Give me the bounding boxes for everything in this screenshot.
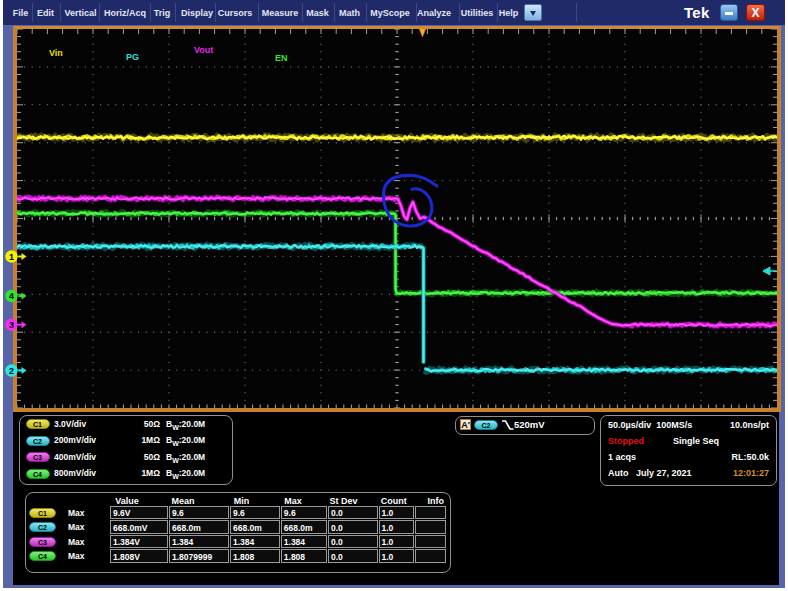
svg-text:PG: PG xyxy=(126,52,139,62)
svg-text:2: 2 xyxy=(9,366,14,376)
svg-text:1: 1 xyxy=(9,252,14,262)
svg-text:4: 4 xyxy=(9,291,14,301)
svg-text:EN: EN xyxy=(275,53,288,63)
svg-text:Vout: Vout xyxy=(194,45,213,55)
svg-text:3: 3 xyxy=(9,320,14,330)
svg-text:Vin: Vin xyxy=(49,48,63,58)
